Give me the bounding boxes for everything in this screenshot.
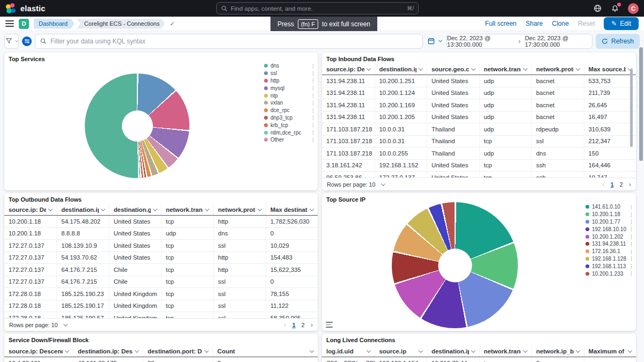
- legend-item[interactable]: 10.200.1.18⋮: [586, 211, 634, 218]
- prev-page-icon[interactable]: ‹: [284, 321, 286, 329]
- column-header[interactable]: network.transp...: [161, 204, 213, 215]
- column-header[interactable]: Max destination...: [266, 204, 318, 215]
- menu-hamburger-icon[interactable]: [5, 20, 14, 27]
- legend-item-menu-icon[interactable]: ⋮: [311, 85, 316, 91]
- legend-item-menu-icon[interactable]: ⋮: [311, 115, 316, 120]
- page-scrollbar[interactable]: [639, 47, 643, 161]
- legend-item[interactable]: vxlan⋮: [264, 99, 316, 107]
- column-header[interactable]: source.ip: Desc...: [322, 63, 375, 75]
- legend-item-menu-icon[interactable]: ⋮: [629, 249, 634, 254]
- legend-item[interactable]: http⋮: [264, 77, 316, 85]
- column-header[interactable]: network.transport: [479, 345, 532, 357]
- legend-item[interactable]: 192.168.10.105⋮: [586, 225, 634, 233]
- legend-item-menu-icon[interactable]: ⋮: [629, 271, 634, 276]
- page-number[interactable]: 1: [292, 322, 295, 328]
- column-header[interactable]: Count: [213, 345, 318, 357]
- legend-item[interactable]: dns⋮: [264, 62, 316, 70]
- breadcrumb-dashboard[interactable]: Dashboard: [34, 19, 75, 29]
- top-services-donut-chart[interactable]: [85, 73, 189, 178]
- next-page-icon[interactable]: ›: [629, 180, 631, 188]
- legend-item-menu-icon[interactable]: ⋮: [629, 234, 634, 239]
- legend-item-menu-icon[interactable]: ⋮: [629, 263, 634, 269]
- date-range-picker[interactable]: Dec 22, 2023 @ 13:30:00.000 › Dec 22, 20…: [447, 34, 592, 49]
- date-quick-menu-button[interactable]: [426, 38, 443, 45]
- legend-item-menu-icon[interactable]: ⋮: [311, 100, 316, 106]
- user-avatar[interactable]: C: [628, 3, 639, 14]
- legend-item[interactable]: ssl⋮: [264, 70, 316, 77]
- legend-item-menu-icon[interactable]: ⋮: [311, 122, 316, 128]
- legend-item-menu-icon[interactable]: ⋮: [311, 130, 316, 135]
- legend-item[interactable]: ntlm,dce_rpc⋮: [264, 129, 316, 136]
- full-screen-button[interactable]: Full screen: [485, 20, 517, 27]
- legend-item[interactable]: 10.200.1.77⋮: [586, 218, 634, 226]
- legend-item[interactable]: 172.16.36.1⋮: [586, 248, 634, 255]
- column-header[interactable]: network.protoc...: [213, 204, 265, 215]
- column-header[interactable]: source.ip: Desc...: [4, 204, 56, 215]
- page-number[interactable]: 2: [302, 322, 305, 328]
- refresh-button[interactable]: Refresh: [596, 34, 640, 49]
- next-page-icon[interactable]: ›: [311, 321, 313, 329]
- global-search-input[interactable]: [231, 5, 404, 12]
- legend-item[interactable]: dce_rpc⋮: [264, 107, 316, 114]
- column-header[interactable]: source.geo.cou...: [427, 63, 479, 75]
- column-header[interactable]: Max source.bytes: [584, 63, 636, 75]
- legend-item-menu-icon[interactable]: ⋮: [629, 226, 634, 232]
- notifications-bell-icon[interactable]: [610, 4, 620, 13]
- share-button[interactable]: Share: [526, 20, 543, 27]
- global-search[interactable]: ⌘/: [216, 2, 419, 14]
- legend-item[interactable]: 141.61.0.10⋮: [586, 203, 634, 211]
- filter-controls-icon[interactable]: [22, 36, 32, 46]
- legend-item-menu-icon[interactable]: ⋮: [629, 204, 634, 210]
- legend-item-menu-icon[interactable]: ⋮: [311, 71, 316, 76]
- legend-item-menu-icon[interactable]: ⋮: [311, 63, 316, 69]
- rows-per-page-control[interactable]: Rows per page: 10: [327, 181, 385, 188]
- column-header[interactable]: destination.port: Descending: [143, 345, 213, 357]
- legend-item[interactable]: 192.168.1.113⋮: [586, 262, 634, 270]
- date-to[interactable]: Dec 22, 2023 @ 17:30:00.000: [525, 35, 592, 48]
- legend-item-menu-icon[interactable]: ⋮: [311, 93, 316, 98]
- rows-per-page-control[interactable]: Rows per page: 10: [9, 322, 67, 328]
- column-header[interactable]: destination.ip: ...: [56, 204, 108, 215]
- column-header[interactable]: source.ip: [375, 345, 427, 357]
- prev-page-icon[interactable]: ‹: [602, 180, 604, 188]
- clone-button[interactable]: Clone: [552, 20, 569, 27]
- column-header[interactable]: destination.geo....: [109, 204, 161, 215]
- legend-item-menu-icon[interactable]: ⋮: [629, 241, 634, 247]
- column-header[interactable]: source.ip: Descending: [4, 345, 73, 357]
- legend-item[interactable]: krb_tcp⋮: [264, 121, 316, 129]
- edit-button[interactable]: ✎Edit: [604, 17, 639, 30]
- kql-query-input[interactable]: [50, 38, 418, 45]
- legend-item[interactable]: 10.200.1.233⋮: [586, 270, 634, 277]
- kql-query-bar[interactable]: [35, 34, 423, 49]
- page-number[interactable]: 1: [610, 181, 613, 188]
- column-header[interactable]: log.id.uid: [322, 345, 375, 357]
- column-header[interactable]: network.transp...: [479, 63, 532, 75]
- legend-item[interactable]: 10.200.1.202⋮: [586, 233, 634, 240]
- legend-item-menu-icon[interactable]: ⋮: [311, 137, 316, 143]
- legend-item-menu-icon[interactable]: ⋮: [311, 78, 316, 83]
- legend-item[interactable]: 192.168.1.128⋮: [586, 255, 634, 263]
- legend-toggle-icon[interactable]: [326, 322, 333, 328]
- legend-item-menu-icon[interactable]: ⋮: [311, 108, 316, 113]
- page-number[interactable]: 2: [620, 181, 623, 188]
- legend-item-menu-icon[interactable]: ⋮: [629, 256, 634, 261]
- breadcrumb-current[interactable]: Corelight ECS - Connections: [77, 19, 165, 29]
- dashboard-app-icon[interactable]: D: [19, 19, 29, 29]
- column-header[interactable]: destination.ip: Descending: [73, 345, 143, 357]
- legend-item-menu-icon[interactable]: ⋮: [629, 212, 634, 217]
- table-scrollbar[interactable]: [630, 69, 633, 147]
- add-filter-button[interactable]: [4, 34, 19, 49]
- column-header[interactable]: Maximum of event: [584, 345, 636, 357]
- top-source-ip-donut-chart[interactable]: [392, 202, 518, 328]
- column-header[interactable]: network.ip_bytes: [531, 345, 584, 357]
- date-from[interactable]: Dec 22, 2023 @ 13:30:00.000: [447, 35, 514, 48]
- column-header[interactable]: destination.ip: [427, 345, 479, 357]
- legend-item-menu-icon[interactable]: ⋮: [629, 219, 634, 224]
- column-header[interactable]: destination.ip: ...: [375, 63, 427, 75]
- legend-item[interactable]: ntp⋮: [264, 92, 316, 99]
- legend-item[interactable]: dnp3_tcp⋮: [264, 114, 316, 122]
- column-header[interactable]: network.protoc...: [531, 63, 584, 75]
- legend-item[interactable]: 131.94.238.11⋮: [586, 240, 634, 248]
- legend-item[interactable]: Other⋮: [264, 136, 316, 144]
- legend-item[interactable]: mysql⋮: [264, 84, 316, 92]
